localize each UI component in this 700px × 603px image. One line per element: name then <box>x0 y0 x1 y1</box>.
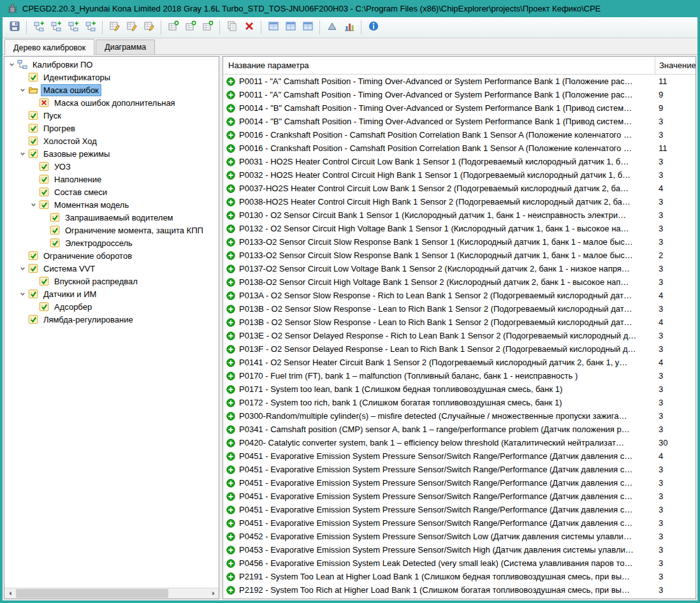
expand-all-button[interactable] <box>82 20 98 36</box>
table-row[interactable]: P0133-O2 Sensor Circuit Slow Response Ba… <box>223 249 696 262</box>
delete-mask-button[interactable] <box>241 20 257 36</box>
table-row[interactable]: P0137-O2 Sensor Circuit Low Voltage Bank… <box>223 262 696 275</box>
chevron-down-icon[interactable] <box>18 85 27 95</box>
window-view-3-button[interactable] <box>300 20 316 36</box>
expand-level-2-button[interactable] <box>48 20 64 36</box>
table-row[interactable]: P0172 - System too rich, bank 1 (Слишком… <box>223 396 696 409</box>
table-row[interactable]: P0420- Catalytic converter system, bank … <box>223 436 696 449</box>
copy-mask-button[interactable] <box>224 20 240 36</box>
table-row[interactable]: P0011 - "A" Camshaft Position - Timing O… <box>223 88 696 101</box>
parameter-value: 11 <box>655 143 696 153</box>
table-row[interactable]: P0138-O2 Sensor Circuit High Voltage Ban… <box>223 275 696 289</box>
tree-item[interactable]: Прогрев <box>4 122 219 134</box>
chevron-down-icon[interactable] <box>7 60 17 69</box>
table-row[interactable]: P013B - O2 Sensor Slow Response - Lean t… <box>223 316 696 329</box>
tree-item[interactable]: Маска ошибок дополнительная <box>4 96 219 109</box>
chart-triangle-button[interactable] <box>324 20 340 36</box>
tree-item[interactable]: Запрашиваемый водителем <box>4 211 219 224</box>
table-row[interactable]: P0014 - "B" Camshaft Position - Timing O… <box>223 101 696 115</box>
edit-map-3-button[interactable] <box>141 20 157 36</box>
table-row[interactable]: P013A - O2 Sensor Slow Response - Rich t… <box>223 289 696 302</box>
table-row[interactable]: P0014 - "B" Camshaft Position - Timing O… <box>223 115 696 128</box>
table-row[interactable]: P2192 - System Too Rich at Higher Load B… <box>223 583 696 597</box>
table-row[interactable]: P0133-O2 Sensor Circuit Slow Response Ba… <box>223 235 696 249</box>
table-row[interactable]: P0170 - Fuel trim (FT), bank 1 – malfunc… <box>223 369 696 382</box>
add-map-3-button[interactable] <box>200 20 215 36</box>
tree-item[interactable]: Пуск <box>4 109 219 122</box>
tree-item[interactable]: Моментная модель <box>4 198 219 211</box>
tree-item[interactable]: Датчики и ИМ <box>4 287 219 300</box>
tree-item[interactable]: Ограничение оборотов <box>4 249 219 262</box>
table-row[interactable]: P0141 - O2 Sensor Heater Circuit Bank 1 … <box>223 356 696 369</box>
scrollbar-thumb[interactable] <box>16 589 168 598</box>
tree-item[interactable]: Лямбда-регулирование <box>4 313 219 326</box>
tree-item[interactable]: Калибровки ПО <box>4 58 219 71</box>
table-row[interactable]: P0037-HO2S Heater Control Circuit Low Ba… <box>223 182 696 195</box>
tree-horizontal-scrollbar[interactable] <box>4 588 219 599</box>
table-row[interactable]: P013B - O2 Sensor Slow Response - Lean t… <box>223 302 696 316</box>
tree-item[interactable]: Электродроссель <box>4 236 219 249</box>
tree-item[interactable]: Базовые режимы <box>4 147 219 160</box>
chart-bars-button[interactable] <box>341 20 357 36</box>
parameter-name: P0132 - O2 Sensor Circuit High Voltage B… <box>239 224 655 233</box>
chevron-down-icon[interactable] <box>29 200 38 210</box>
table-row[interactable]: P0171 - System too lean, bank 1 (Слишком… <box>223 382 696 396</box>
table-row[interactable]: P0451 - Evaporative Emission System Pres… <box>223 449 696 463</box>
table-row[interactable]: P0341 - Camshaft position (CMP) sensor A… <box>223 423 696 436</box>
table-row[interactable]: P0130 - O2 Sensor Circuit Bank 1 Sensor … <box>223 208 696 222</box>
tree-item[interactable]: Холостой Ход <box>4 134 219 147</box>
tree-item[interactable]: Состав смеси <box>4 185 219 198</box>
expand-level-1-button[interactable] <box>31 20 47 36</box>
tree-item[interactable]: Идентификаторы <box>4 71 219 84</box>
table-row[interactable]: P0451 - Evaporative Emission System Pres… <box>223 463 696 476</box>
table-row[interactable]: P0011 - "A" Camshaft Position - Timing O… <box>223 75 696 88</box>
column-header-value[interactable]: Значение <box>655 57 696 74</box>
tree-item[interactable]: Адсорбер <box>4 300 219 313</box>
tree-item[interactable]: Наполнение <box>4 173 219 185</box>
chevron-down-icon[interactable] <box>18 264 27 273</box>
table-row[interactable]: P0132 - O2 Sensor Circuit High Voltage B… <box>223 222 696 235</box>
tree-item[interactable]: Система VVT <box>4 262 219 275</box>
calibration-check-icon <box>50 238 61 248</box>
table-row[interactable]: P0451 - Evaporative Emission System Pres… <box>223 490 696 503</box>
title-bar[interactable]: CPEGD2.20.3_Hyundai Kona Limited 2018 Gr… <box>3 0 697 17</box>
tab-1[interactable]: Диаграмма <box>96 40 155 54</box>
column-header-name[interactable]: Название параметра <box>223 57 655 74</box>
table-row[interactable]: P013E - O2 Sensor Delayed Response - Ric… <box>223 329 696 342</box>
table-row[interactable]: P0038-HO2S Heater Control Circuit High B… <box>223 195 696 208</box>
table-row[interactable]: P0456 - Evaporative Emission System Leak… <box>223 556 696 570</box>
table-row[interactable]: P0032 - HO2S Heater Control Circuit High… <box>223 168 696 182</box>
tree-item[interactable]: УОЗ <box>4 160 219 173</box>
scrollbar-track[interactable] <box>15 588 208 599</box>
add-map-1-button[interactable] <box>165 20 181 36</box>
scroll-right-arrow-icon[interactable] <box>208 588 219 599</box>
table-row[interactable]: P0453 - Evaporative Emission System Pres… <box>223 543 696 556</box>
table-row[interactable]: P0016 - Crankshaft Position - Camshaft P… <box>223 142 696 155</box>
chevron-down-icon[interactable] <box>18 149 27 159</box>
table-row[interactable]: P0451 - Evaporative Emission System Pres… <box>223 476 696 490</box>
scroll-left-arrow-icon[interactable] <box>4 588 15 599</box>
edit-map-2-button[interactable] <box>124 20 140 36</box>
expand-level-3-button[interactable] <box>65 20 81 36</box>
add-map-2-button[interactable] <box>182 20 198 36</box>
tree-item[interactable]: Ограничение момента, защита КПП <box>4 224 219 236</box>
table-row[interactable]: P0451 - Evaporative Emission System Pres… <box>223 503 696 516</box>
edit-map-button[interactable] <box>106 20 122 36</box>
tree-item[interactable]: Маска ошибок <box>4 84 219 96</box>
table-row[interactable]: P0300-Random/multiple cylinder(s) – misf… <box>223 409 696 423</box>
info-button[interactable] <box>365 20 381 36</box>
table-row[interactable]: P0031 - HO2S Heater Control Circuit Low … <box>223 155 696 168</box>
table-row[interactable]: P013F - O2 Sensor Delayed Response - Lea… <box>223 342 696 356</box>
table-row[interactable]: P0016 - Crankshaft Position - Camshaft P… <box>223 128 696 142</box>
tab-0[interactable]: Дерево калибровок <box>4 39 94 55</box>
tree-item[interactable]: Впускной распредвал <box>4 275 219 287</box>
window-view-1-button[interactable] <box>265 20 281 36</box>
expand-level-1-icon <box>33 20 45 34</box>
table-row[interactable]: P0451 - Evaporative Emission System Pres… <box>223 516 696 530</box>
table-row[interactable]: P2191 - System Too Lean at Higher Load B… <box>223 570 696 583</box>
table-row[interactable]: P0452 - Evaporative Emission System Pres… <box>223 530 696 543</box>
window-view-2-button[interactable] <box>282 20 298 36</box>
table-row[interactable] <box>223 597 696 599</box>
chevron-down-icon[interactable] <box>18 289 27 299</box>
save-button[interactable] <box>6 20 22 36</box>
